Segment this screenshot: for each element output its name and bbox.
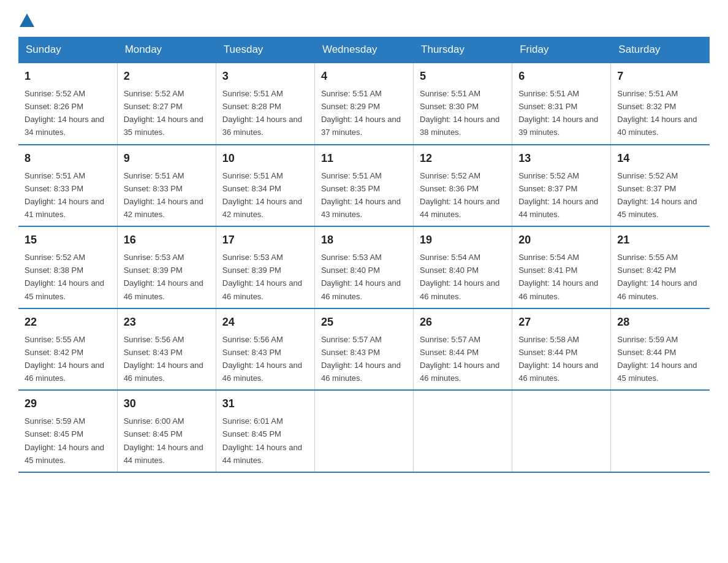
day-number: 26	[420, 314, 506, 331]
day-number: 2	[124, 68, 210, 85]
calendar-cell: 7 Sunrise: 5:51 AMSunset: 8:32 PMDayligh…	[611, 63, 710, 145]
calendar-cell: 2 Sunrise: 5:52 AMSunset: 8:27 PMDayligh…	[117, 63, 216, 145]
calendar-cell: 28 Sunrise: 5:59 AMSunset: 8:44 PMDaylig…	[611, 308, 710, 391]
calendar-cell: 26 Sunrise: 5:57 AMSunset: 8:44 PMDaylig…	[414, 308, 512, 391]
calendar-cell: 22 Sunrise: 5:55 AMSunset: 8:42 PMDaylig…	[18, 308, 117, 391]
day-info: Sunrise: 5:52 AMSunset: 8:27 PMDaylight:…	[124, 89, 203, 137]
calendar-cell: 13 Sunrise: 5:52 AMSunset: 8:37 PMDaylig…	[512, 145, 611, 227]
day-number: 14	[617, 150, 703, 167]
calendar-week-row: 1 Sunrise: 5:52 AMSunset: 8:26 PMDayligh…	[18, 63, 710, 145]
day-info: Sunrise: 5:51 AMSunset: 8:34 PMDaylight:…	[222, 171, 302, 219]
day-info: Sunrise: 5:51 AMSunset: 8:31 PMDaylight:…	[518, 89, 598, 137]
day-info: Sunrise: 5:54 AMSunset: 8:40 PMDaylight:…	[420, 253, 499, 301]
day-info: Sunrise: 5:57 AMSunset: 8:44 PMDaylight:…	[420, 335, 499, 383]
day-info: Sunrise: 5:51 AMSunset: 8:28 PMDaylight:…	[222, 89, 302, 137]
calendar-week-row: 8 Sunrise: 5:51 AMSunset: 8:33 PMDayligh…	[18, 145, 710, 227]
calendar-cell: 19 Sunrise: 5:54 AMSunset: 8:40 PMDaylig…	[414, 226, 512, 308]
day-info: Sunrise: 5:51 AMSunset: 8:33 PMDaylight:…	[124, 171, 203, 219]
calendar-cell	[611, 390, 710, 472]
day-info: Sunrise: 5:53 AMSunset: 8:39 PMDaylight:…	[124, 253, 203, 301]
calendar-table: SundayMondayTuesdayWednesdayThursdayFrid…	[18, 37, 710, 473]
calendar-cell: 3 Sunrise: 5:51 AMSunset: 8:28 PMDayligh…	[216, 63, 314, 145]
column-header-thursday: Thursday	[414, 37, 512, 63]
calendar-cell: 29 Sunrise: 5:59 AMSunset: 8:45 PMDaylig…	[18, 390, 117, 472]
calendar-cell: 27 Sunrise: 5:58 AMSunset: 8:44 PMDaylig…	[512, 308, 611, 391]
day-number: 10	[222, 150, 308, 167]
calendar-cell	[512, 390, 611, 472]
day-number: 31	[222, 396, 308, 412]
calendar-week-row: 22 Sunrise: 5:55 AMSunset: 8:42 PMDaylig…	[18, 308, 710, 391]
day-number: 3	[222, 68, 308, 85]
day-info: Sunrise: 5:59 AMSunset: 8:45 PMDaylight:…	[25, 416, 104, 464]
calendar-cell: 30 Sunrise: 6:00 AMSunset: 8:45 PMDaylig…	[117, 390, 216, 472]
day-number: 11	[321, 150, 407, 167]
calendar-week-row: 15 Sunrise: 5:52 AMSunset: 8:38 PMDaylig…	[18, 226, 710, 308]
day-number: 7	[617, 68, 703, 85]
day-info: Sunrise: 6:01 AMSunset: 8:45 PMDaylight:…	[222, 416, 302, 464]
day-number: 22	[25, 314, 111, 331]
day-number: 20	[518, 232, 604, 248]
column-header-wednesday: Wednesday	[314, 37, 413, 63]
day-info: Sunrise: 5:52 AMSunset: 8:38 PMDaylight:…	[25, 253, 104, 301]
day-number: 6	[518, 68, 604, 85]
day-number: 30	[124, 396, 210, 412]
day-number: 19	[420, 232, 506, 248]
calendar-header-row: SundayMondayTuesdayWednesdayThursdayFrid…	[18, 37, 710, 63]
day-info: Sunrise: 5:58 AMSunset: 8:44 PMDaylight:…	[518, 335, 598, 383]
calendar-cell: 24 Sunrise: 5:56 AMSunset: 8:43 PMDaylig…	[216, 308, 314, 391]
calendar-cell: 8 Sunrise: 5:51 AMSunset: 8:33 PMDayligh…	[18, 145, 117, 227]
day-info: Sunrise: 6:00 AMSunset: 8:45 PMDaylight:…	[124, 416, 203, 464]
calendar-cell	[314, 390, 413, 472]
day-number: 21	[617, 232, 703, 248]
day-number: 24	[222, 314, 308, 331]
day-number: 23	[124, 314, 210, 331]
calendar-cell: 12 Sunrise: 5:52 AMSunset: 8:36 PMDaylig…	[414, 145, 512, 227]
svg-marker-0	[20, 13, 34, 27]
day-info: Sunrise: 5:56 AMSunset: 8:43 PMDaylight:…	[222, 335, 302, 383]
day-number: 17	[222, 232, 308, 248]
day-info: Sunrise: 5:59 AMSunset: 8:44 PMDaylight:…	[617, 335, 697, 383]
day-info: Sunrise: 5:52 AMSunset: 8:36 PMDaylight:…	[420, 171, 499, 219]
day-number: 12	[420, 150, 506, 167]
day-info: Sunrise: 5:53 AMSunset: 8:40 PMDaylight:…	[321, 253, 401, 301]
column-header-tuesday: Tuesday	[216, 37, 314, 63]
day-number: 1	[25, 68, 111, 85]
column-header-saturday: Saturday	[611, 37, 710, 63]
calendar-cell: 20 Sunrise: 5:54 AMSunset: 8:41 PMDaylig…	[512, 226, 611, 308]
calendar-cell: 21 Sunrise: 5:55 AMSunset: 8:42 PMDaylig…	[611, 226, 710, 308]
column-header-friday: Friday	[512, 37, 611, 63]
day-info: Sunrise: 5:51 AMSunset: 8:35 PMDaylight:…	[321, 171, 401, 219]
calendar-cell: 25 Sunrise: 5:57 AMSunset: 8:43 PMDaylig…	[314, 308, 413, 391]
calendar-cell: 31 Sunrise: 6:01 AMSunset: 8:45 PMDaylig…	[216, 390, 314, 472]
day-number: 8	[25, 150, 111, 167]
day-number: 25	[321, 314, 407, 331]
day-number: 15	[25, 232, 111, 248]
calendar-cell: 10 Sunrise: 5:51 AMSunset: 8:34 PMDaylig…	[216, 145, 314, 227]
calendar-cell: 11 Sunrise: 5:51 AMSunset: 8:35 PMDaylig…	[314, 145, 413, 227]
day-number: 13	[518, 150, 604, 167]
logo	[18, 12, 36, 26]
calendar-cell	[414, 390, 512, 472]
day-info: Sunrise: 5:57 AMSunset: 8:43 PMDaylight:…	[321, 335, 401, 383]
day-number: 29	[25, 396, 111, 412]
calendar-cell: 5 Sunrise: 5:51 AMSunset: 8:30 PMDayligh…	[414, 63, 512, 145]
day-number: 9	[124, 150, 210, 167]
calendar-cell: 4 Sunrise: 5:51 AMSunset: 8:29 PMDayligh…	[314, 63, 413, 145]
calendar-cell: 14 Sunrise: 5:52 AMSunset: 8:37 PMDaylig…	[611, 145, 710, 227]
calendar-cell: 15 Sunrise: 5:52 AMSunset: 8:38 PMDaylig…	[18, 226, 117, 308]
day-number: 28	[617, 314, 703, 331]
day-info: Sunrise: 5:51 AMSunset: 8:30 PMDaylight:…	[420, 89, 499, 137]
day-number: 5	[420, 68, 506, 85]
calendar-cell: 9 Sunrise: 5:51 AMSunset: 8:33 PMDayligh…	[117, 145, 216, 227]
calendar-cell: 23 Sunrise: 5:56 AMSunset: 8:43 PMDaylig…	[117, 308, 216, 391]
calendar-week-row: 29 Sunrise: 5:59 AMSunset: 8:45 PMDaylig…	[18, 390, 710, 472]
page-header	[18, 12, 710, 26]
day-number: 27	[518, 314, 604, 331]
day-number: 4	[321, 68, 407, 85]
day-info: Sunrise: 5:55 AMSunset: 8:42 PMDaylight:…	[25, 335, 104, 383]
column-header-monday: Monday	[117, 37, 216, 63]
day-info: Sunrise: 5:51 AMSunset: 8:32 PMDaylight:…	[617, 89, 697, 137]
day-info: Sunrise: 5:52 AMSunset: 8:26 PMDaylight:…	[25, 89, 104, 137]
day-info: Sunrise: 5:52 AMSunset: 8:37 PMDaylight:…	[518, 171, 598, 219]
calendar-cell: 1 Sunrise: 5:52 AMSunset: 8:26 PMDayligh…	[18, 63, 117, 145]
